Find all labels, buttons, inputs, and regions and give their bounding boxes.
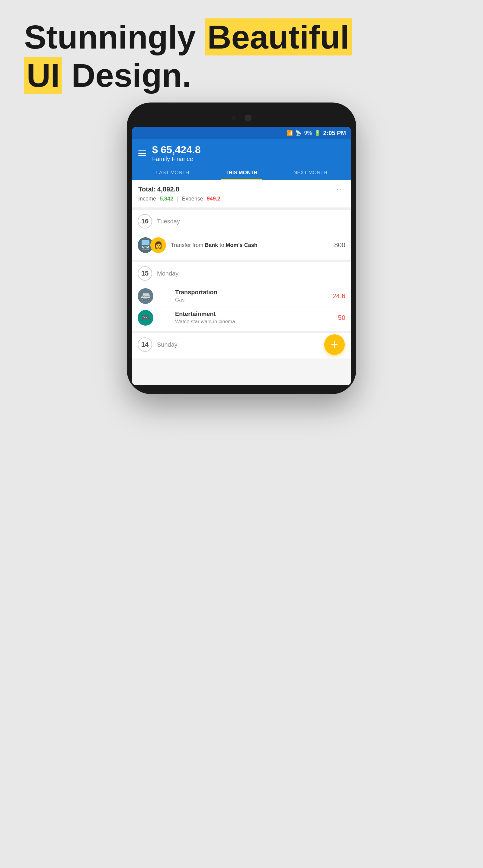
day-name-16: Tuesday [157,218,180,225]
summary-card: Total: 4,892.8 ··· Income 5,842 | Expens… [132,180,351,208]
expense-value: 949.2 [207,196,220,202]
hamburger-line [138,155,146,156]
transfer-from-plain: Transfer from [171,242,205,248]
summary-total-row: Total: 4,892.8 ··· [138,185,345,193]
hero-plain-2: Design. [62,57,191,94]
tab-this-month[interactable]: THIS MONTH [207,165,276,180]
transportation-icon-wrapper: 🚐 [138,288,153,304]
hero-plain-1: Stunningly [24,19,205,56]
header-top: $ 65,424.8 Family Finance [138,144,345,162]
phone-top-hardware [132,112,351,127]
atm-screen [142,240,149,245]
phone-wrapper: 📶 📡 9% 🔋 2:05 PM $ 65,424.8 Family Fin [127,102,356,394]
entertainment-icon-wrapper: 🎮 [138,310,153,326]
entertainment-info: Entertainment Watch star wars in cinema [175,311,338,325]
content-area: Total: 4,892.8 ··· Income 5,842 | Expens… [132,180,351,359]
hero-highlight-ui: UI [24,57,62,94]
wifi-icon: 📶 [286,130,293,136]
hero-line-1: Stunningly Beautiful [24,18,352,56]
transportation-amount: 24.6 [332,292,345,300]
more-options-button[interactable]: ··· [337,185,345,193]
day-number-15: 15 [138,266,152,281]
transfer-to-name: Mom's Cash [226,242,257,248]
transaction-entertainment[interactable]: 🎮 Entertainment Watch star wars in cinem… [132,307,351,328]
transfer-description: Transfer from Bank to Mom's Cash [171,242,334,248]
day-group-14: 14 Sunday [132,333,351,359]
battery-percent: 9% [304,130,312,136]
separator: | [177,196,178,202]
status-bar: 📶 📡 9% 🔋 2:05 PM [132,127,351,139]
tab-next-month[interactable]: NEXT MONTH [276,165,345,180]
hero-text: Stunningly Beautiful UI Design. [24,18,352,94]
atm-text: ATM [142,246,149,249]
phone-outer: 📶 📡 9% 🔋 2:05 PM $ 65,424.8 Family Fin [127,102,356,394]
income-label: Income [138,196,156,202]
header-balance: $ 65,424.8 [152,144,201,156]
transaction-transfer[interactable]: ATM 👩 Transfer from Bank to [132,233,351,257]
transaction-transportation[interactable]: 🚐 Transportation Gas 24.6 [132,285,351,307]
app-header: $ 65,424.8 Family Finance LAST MONTH THI… [132,139,351,180]
day-group-15: 15 Monday 🚐 Transportation Gas 24. [132,262,351,331]
transfer-to-plain: to [220,242,226,248]
total-label-value: Total: 4,892.8 [138,185,179,193]
hamburger-menu[interactable] [138,150,146,156]
transportation-title: Transportation [175,289,332,296]
day-name-15: Monday [157,270,178,277]
mom-emoji: 👩 [154,241,163,249]
entertainment-title: Entertainment [175,311,338,317]
phone-screen: 📶 📡 9% 🔋 2:05 PM $ 65,424.8 Family Fin [132,127,351,385]
tab-last-month[interactable]: LAST MONTH [138,165,207,180]
transportation-info: Transportation Gas [175,289,332,303]
hero-highlight-beautiful: Beautiful [205,19,352,56]
hero-line-2: UI Design. [24,56,352,95]
day-number-14: 14 [138,337,152,352]
transportation-desc: Gas [175,297,332,303]
entertainment-amount: 50 [338,314,345,322]
add-transaction-fab[interactable]: + [324,334,345,355]
signal-icon: 📡 [295,130,302,136]
header-subtitle: Family Finance [152,156,201,162]
status-time: 2:05 PM [323,130,346,136]
day-name-14: Sunday [157,341,177,348]
battery-icon: 🔋 [314,130,320,136]
transfer-from-bank: Bank [205,242,218,248]
camera-lens [245,115,252,121]
day-number-16: 16 [138,214,152,228]
summary-detail-row: Income 5,842 | Expense 949.2 [138,196,345,202]
total-label: Total: [138,185,156,193]
fab-container: + [132,361,351,385]
header-balance-group: $ 65,424.8 Family Finance [152,144,201,162]
transfer-icons: ATM 👩 [138,237,166,253]
hamburger-line [138,153,146,154]
hamburger-line [138,150,146,151]
expense-label: Expense [182,196,203,202]
tab-bar: LAST MONTH THIS MONTH NEXT MONTH [138,165,345,180]
mom-icon: 👩 [150,237,166,253]
transfer-amount: 800 [334,241,345,249]
income-value: 5,842 [160,196,173,202]
entertainment-desc: Watch star wars in cinema [175,319,338,325]
day-header-16: 16 Tuesday [132,210,351,233]
atm-slot [142,249,149,250]
entertainment-icon: 🎮 [138,310,153,326]
transportation-icon: 🚐 [138,288,153,304]
total-value: 4,892.8 [157,185,179,193]
day-header-14: 14 Sunday [132,333,351,356]
speaker-hole [231,116,236,120]
day-group-16: 16 Tuesday ATM [132,210,351,259]
day-header-15: 15 Monday [132,262,351,285]
